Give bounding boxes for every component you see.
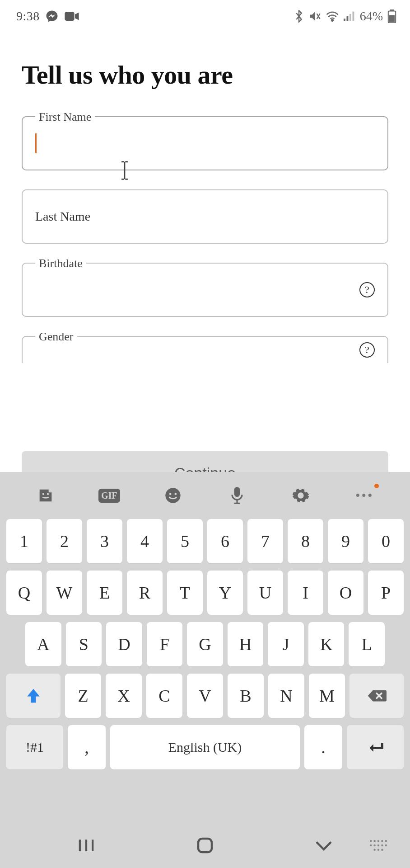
- nav-keyboard-switch-icon[interactable]: [365, 832, 392, 859]
- key-2[interactable]: 2: [47, 519, 82, 563]
- key-1[interactable]: 1: [6, 519, 42, 563]
- shift-key[interactable]: [6, 674, 61, 718]
- space-key[interactable]: English (UK): [110, 725, 300, 769]
- page-content: Tell us who you are First Name Last Name…: [0, 33, 410, 363]
- status-right: 64%: [294, 9, 396, 24]
- mic-icon[interactable]: [226, 485, 248, 506]
- key-c[interactable]: C: [146, 674, 182, 718]
- ibeam-cursor-icon: [119, 160, 130, 182]
- last-name-placeholder: Last Name: [35, 209, 90, 224]
- nav-home-icon[interactable]: [191, 832, 219, 859]
- key-y[interactable]: Y: [207, 571, 243, 615]
- last-name-field[interactable]: Last Name: [22, 189, 388, 244]
- backspace-key[interactable]: [349, 674, 404, 718]
- key-n[interactable]: N: [268, 674, 304, 718]
- svg-point-18: [377, 840, 379, 842]
- first-name-field-wrap: First Name: [22, 116, 388, 170]
- key-h[interactable]: H: [228, 622, 264, 666]
- birthdate-help-icon[interactable]: ?: [359, 282, 375, 297]
- page-title: Tell us who you are: [22, 60, 388, 90]
- key-e[interactable]: E: [87, 571, 122, 615]
- key-w[interactable]: W: [47, 571, 82, 615]
- key-t[interactable]: T: [167, 571, 203, 615]
- bluetooth-icon: [294, 10, 304, 23]
- sticker-icon[interactable]: [35, 485, 56, 506]
- keyboard: GIF ••• 1234567890 QWERTYUIOP ASDFGHJKL …: [0, 472, 410, 868]
- keyboard-keys: 1234567890 QWERTYUIOP ASDFGHJKL ZXCVBNM …: [0, 519, 410, 769]
- svg-point-9: [42, 493, 44, 495]
- svg-rect-15: [198, 839, 212, 852]
- birthdate-field-wrap: Birthdate ?: [22, 263, 388, 317]
- key-d[interactable]: D: [106, 622, 142, 666]
- key-o[interactable]: O: [328, 571, 363, 615]
- svg-point-26: [373, 849, 375, 851]
- nav-back-icon[interactable]: [310, 832, 337, 859]
- video-icon: [64, 10, 79, 22]
- emoji-icon[interactable]: [162, 485, 184, 506]
- gif-icon[interactable]: GIF: [98, 485, 120, 506]
- key-3[interactable]: 3: [87, 519, 122, 563]
- key-q[interactable]: Q: [6, 571, 42, 615]
- svg-rect-14: [234, 487, 240, 497]
- nav-recent-icon[interactable]: [73, 832, 100, 859]
- key-f[interactable]: F: [147, 622, 183, 666]
- symbols-key[interactable]: !#1: [6, 725, 63, 769]
- key-p[interactable]: P: [368, 571, 404, 615]
- key-7[interactable]: 7: [247, 519, 283, 563]
- svg-point-11: [166, 488, 181, 503]
- key-6[interactable]: 6: [207, 519, 243, 563]
- key-u[interactable]: U: [247, 571, 283, 615]
- key-5[interactable]: 5: [167, 519, 203, 563]
- gender-field-wrap: Gender ?: [22, 336, 388, 363]
- key-i[interactable]: I: [288, 571, 323, 615]
- messenger-icon: [45, 9, 59, 23]
- svg-rect-8: [389, 15, 395, 22]
- key-z[interactable]: Z: [65, 674, 101, 718]
- svg-point-27: [377, 849, 379, 851]
- period-key[interactable]: .: [304, 725, 342, 769]
- key-g[interactable]: G: [187, 622, 223, 666]
- last-name-field-wrap: Last Name: [22, 189, 388, 244]
- svg-point-23: [377, 844, 379, 846]
- status-left: 9:38: [16, 9, 79, 24]
- key-l[interactable]: L: [349, 622, 385, 666]
- svg-point-16: [370, 840, 372, 842]
- svg-point-13: [175, 493, 177, 495]
- svg-rect-4: [349, 14, 351, 21]
- svg-rect-2: [344, 19, 345, 21]
- enter-key[interactable]: [347, 725, 404, 769]
- svg-rect-0: [65, 12, 74, 21]
- svg-point-17: [373, 840, 375, 842]
- svg-point-22: [373, 844, 375, 846]
- settings-icon[interactable]: [290, 485, 312, 506]
- svg-point-21: [370, 844, 372, 846]
- first-name-field[interactable]: First Name: [22, 116, 388, 170]
- more-icon[interactable]: •••: [354, 485, 375, 506]
- volume-mute-icon: [308, 10, 321, 22]
- comma-key[interactable]: ,: [68, 725, 106, 769]
- svg-point-28: [381, 849, 383, 851]
- status-bar: 9:38 64%: [0, 0, 410, 33]
- key-x[interactable]: X: [106, 674, 142, 718]
- key-0[interactable]: 0: [368, 519, 404, 563]
- key-b[interactable]: B: [228, 674, 264, 718]
- key-8[interactable]: 8: [288, 519, 323, 563]
- gender-help-icon[interactable]: ?: [359, 342, 375, 358]
- birthdate-field[interactable]: Birthdate ?: [22, 263, 388, 317]
- key-9[interactable]: 9: [328, 519, 363, 563]
- svg-rect-3: [346, 16, 348, 21]
- battery-percentage: 64%: [360, 9, 383, 24]
- gender-field[interactable]: Gender ?: [22, 336, 388, 363]
- signal-icon: [344, 11, 355, 21]
- svg-rect-5: [352, 12, 354, 21]
- key-s[interactable]: S: [66, 622, 102, 666]
- key-m[interactable]: M: [309, 674, 345, 718]
- key-v[interactable]: V: [187, 674, 223, 718]
- key-4[interactable]: 4: [127, 519, 163, 563]
- key-j[interactable]: J: [268, 622, 304, 666]
- battery-icon: [387, 9, 396, 23]
- svg-point-24: [381, 844, 383, 846]
- key-r[interactable]: R: [127, 571, 163, 615]
- key-k[interactable]: K: [308, 622, 345, 666]
- key-a[interactable]: A: [25, 622, 61, 666]
